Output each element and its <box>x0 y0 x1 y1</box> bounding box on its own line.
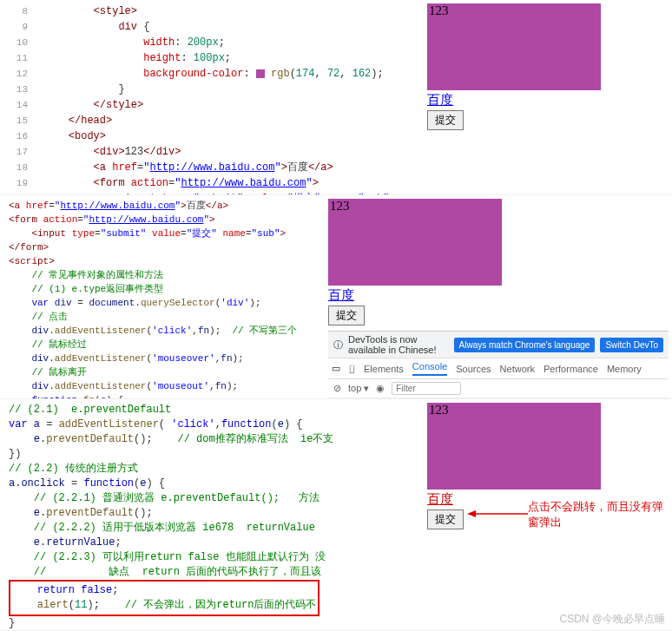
eye-icon[interactable]: ◉ <box>376 383 385 394</box>
code-line[interactable]: 16 <body> <box>0 128 424 144</box>
annotation-arrow <box>467 505 528 526</box>
code-line[interactable]: 13 } <box>0 82 424 97</box>
code-line[interactable]: e.preventDefault(); // dom推荐的标准写法 ie不支 <box>0 432 424 447</box>
submit-button[interactable]: 提交 <box>328 306 365 325</box>
submit-button[interactable]: 提交 <box>427 509 464 529</box>
code-line[interactable]: // 鼠标离开 <box>0 365 325 379</box>
code-line[interactable]: var div = document.querySelector('div'); <box>0 296 325 310</box>
code-line[interactable]: 20 <input type="submit" value="提交" name=… <box>0 191 424 194</box>
line-number: 16 <box>0 128 43 144</box>
browser-preview-2: 123 百度 提交 ⓘ DevTools is now available in… <box>325 195 672 398</box>
code-line[interactable]: div.addEventListener('click',fn); // 不写第… <box>0 324 325 338</box>
tab-network[interactable]: Network <box>500 364 535 374</box>
code-line[interactable]: 11 height: 100px; <box>0 50 424 66</box>
console-filter-bar: ⊘ top ▾ ◉ <box>328 379 669 398</box>
banner-text: DevTools is now available in Chinese! <box>348 334 449 355</box>
code-line[interactable]: 9 div { <box>0 19 424 35</box>
code-line[interactable]: // (2.2.1) 普通浏览器 e.preventDefault(); 方法 <box>0 491 424 506</box>
code-line[interactable]: var a = addEventListener( 'click',functi… <box>0 417 424 432</box>
code-line[interactable]: 12 background-color: rgb(174, 72, 162); <box>0 66 424 82</box>
code-line[interactable]: } <box>0 616 424 630</box>
line-number: 18 <box>0 160 43 175</box>
section-3: // (2.1) e.preventDefaultvar a = addEven… <box>0 399 672 631</box>
code-line[interactable]: <script> <box>0 254 325 268</box>
code-line[interactable]: div.addEventListener('mouseout',fn); <box>0 379 325 393</box>
code-line[interactable]: 10 width: 200px; <box>0 35 424 50</box>
code-line[interactable]: }) <box>0 447 424 462</box>
device-icon[interactable]: ⌷ <box>349 364 355 374</box>
tab-console[interactable]: Console <box>412 361 447 376</box>
code-line[interactable]: 14 </style> <box>0 97 424 113</box>
code-line[interactable]: // (2.2) 传统的注册方式 <box>0 462 424 477</box>
code-line[interactable]: 18 <a href="http://www.baidu.com">百度</a> <box>0 160 424 175</box>
watermark: CSDN @今晚必早点睡 <box>559 612 665 627</box>
devtools-banner: ⓘ DevTools is now available in Chinese! … <box>328 332 669 358</box>
code-line[interactable]: 15 </head> <box>0 113 424 128</box>
context-select[interactable]: top ▾ <box>348 383 369 394</box>
code-line[interactable]: a.onclick = function(e) { <box>0 477 424 491</box>
line-number: 13 <box>0 82 43 97</box>
tab-sources[interactable]: Sources <box>456 364 491 374</box>
browser-preview-1: 123 百度 提交 <box>424 0 672 194</box>
code-line[interactable]: // (2.1) e.preventDefault <box>0 403 424 417</box>
line-number: 12 <box>0 66 43 82</box>
section-1: 8 <style>9 div {10 width: 200px;11 heigh… <box>0 0 672 195</box>
line-number: 9 <box>0 19 43 35</box>
code-line[interactable]: return false; <box>12 583 316 598</box>
code-line[interactable]: // (1) e.type返回事件类型 <box>0 282 325 296</box>
code-line[interactable]: <a href="http://www.baidu.com">百度</a> <box>0 199 325 213</box>
annotation-text: 点击不会跳转，而且没有弹窗弹出 <box>528 499 667 530</box>
code-line[interactable]: alert(11); // 不会弹出，因为return后面的代码不 <box>12 598 316 613</box>
baidu-link[interactable]: 百度 <box>427 92 453 108</box>
code-line[interactable]: // 缺点 return 后面的代码不执行了，而且该 <box>0 565 424 580</box>
colored-div: 123 <box>427 403 601 490</box>
line-number: 8 <box>0 3 43 19</box>
svg-marker-1 <box>467 510 476 517</box>
code-line[interactable]: 19 <form action="http://www.baidu.com"> <box>0 175 424 191</box>
code-line[interactable]: 8 <style> <box>0 3 424 19</box>
code-line[interactable]: 17 <div>123</div> <box>0 144 424 160</box>
section-2: <a href="http://www.baidu.com">百度</a><fo… <box>0 195 672 399</box>
code-editor-2[interactable]: <a href="http://www.baidu.com">百度</a><fo… <box>0 195 325 398</box>
code-line[interactable]: // 鼠标经过 <box>0 338 325 352</box>
code-line[interactable]: div.addEventListener('mouseover',fn); <box>0 352 325 365</box>
code-line[interactable]: // (2.2.2) 适用于低版本浏览器 ie678 returnValue <box>0 521 424 536</box>
line-number: 15 <box>0 113 43 128</box>
switch-devtools-button[interactable]: Switch DevTo <box>600 338 663 352</box>
code-line[interactable]: </form> <box>0 240 325 254</box>
code-line[interactable]: e.returnValue; <box>0 536 424 550</box>
code-line[interactable]: <form action="http://www.baidu.com"> <box>0 213 325 227</box>
tab-memory[interactable]: Memory <box>607 364 642 374</box>
code-editor-1[interactable]: 8 <style>9 div {10 width: 200px;11 heigh… <box>0 0 424 194</box>
code-line[interactable]: // 点击 <box>0 310 325 324</box>
match-lang-button[interactable]: Always match Chrome's language <box>454 338 596 352</box>
code-line[interactable]: e.preventDefault(); <box>0 506 424 521</box>
baidu-link[interactable]: 百度 <box>328 287 354 304</box>
tab-performance[interactable]: Performance <box>544 364 598 374</box>
code-line[interactable]: <input type="submit" value="提交" name="su… <box>0 227 325 240</box>
inspect-icon[interactable]: ▭ <box>332 363 340 374</box>
line-number: 19 <box>0 175 43 191</box>
colored-div: 123 <box>328 199 502 286</box>
line-number: 11 <box>0 50 43 66</box>
baidu-link[interactable]: 百度 <box>427 491 453 508</box>
browser-preview-3: 123 百度 提交 点击不会跳转，而且没有弹窗弹出 <box>424 399 672 630</box>
line-number: 10 <box>0 35 43 50</box>
info-icon: ⓘ <box>333 339 343 352</box>
code-line[interactable]: // (2.2.3) 可以利用return false 也能阻止默认行为 没 <box>0 550 424 565</box>
code-line[interactable]: function fn(e) { <box>0 393 325 398</box>
colored-div: 123 <box>427 3 601 90</box>
clear-icon[interactable]: ⊘ <box>333 383 341 394</box>
line-number: 17 <box>0 144 43 160</box>
filter-input[interactable] <box>392 382 461 395</box>
code-line[interactable]: // 常见事件对象的属性和方法 <box>0 268 325 282</box>
tab-elements[interactable]: Elements <box>364 364 404 374</box>
line-number: 14 <box>0 97 43 113</box>
highlight-box: return false; alert(11); // 不会弹出，因为retur… <box>9 580 320 616</box>
line-number: 20 <box>0 191 43 194</box>
devtools-tabs: ▭ ⌷ Elements Console Sources Network Per… <box>328 358 669 379</box>
code-editor-3[interactable]: // (2.1) e.preventDefaultvar a = addEven… <box>0 399 424 630</box>
submit-button[interactable]: 提交 <box>427 110 464 130</box>
